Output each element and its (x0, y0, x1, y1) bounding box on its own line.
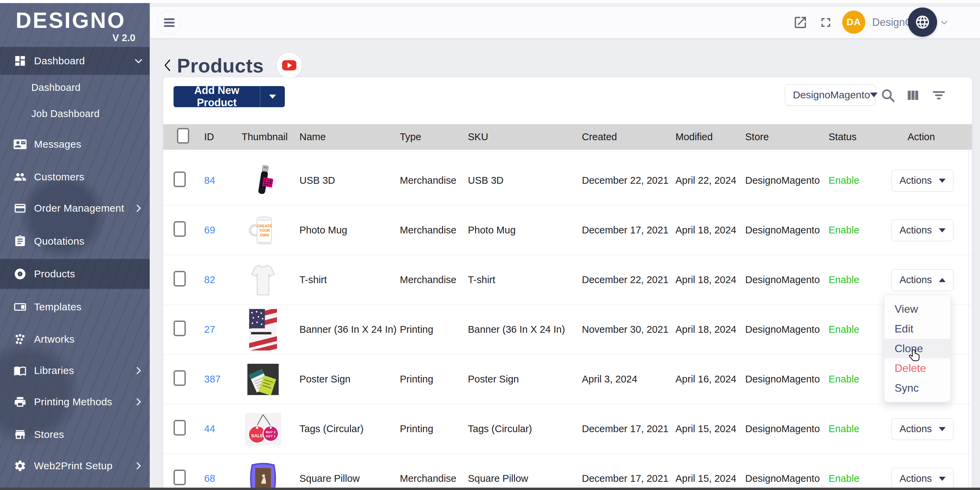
sidebar-item-quotations[interactable]: Quotations (0, 227, 150, 255)
sidebar-item-stores[interactable]: Stores (0, 421, 150, 449)
fullscreen-icon[interactable] (818, 15, 833, 30)
thumbnail-photo-mug[interactable]: CREATEYOUROWN (244, 215, 282, 245)
add-new-product-label: Add New Product (173, 84, 260, 109)
columns-icon[interactable] (905, 88, 921, 103)
sidebar-item-artworks[interactable]: Artworks (0, 325, 150, 353)
product-id-link[interactable]: 44 (204, 423, 215, 434)
store-selector[interactable]: DesignoMagento (785, 84, 875, 105)
thumbnail-usb-3d[interactable] (244, 164, 282, 198)
thumbnail-t-shirt[interactable] (244, 263, 282, 297)
sidebar-item-web2print-setup[interactable]: Web2Print Setup (0, 452, 150, 480)
product-id-link[interactable]: 82 (204, 274, 215, 285)
status-badge: Enable (825, 224, 883, 236)
menu-item-view[interactable]: View (885, 299, 950, 319)
template-icon (14, 301, 27, 313)
thumbnail-banner[interactable] (244, 309, 282, 350)
row-checkbox[interactable] (173, 420, 186, 436)
select-all-checkbox[interactable] (177, 128, 189, 143)
sidebar-item-libraries[interactable]: Libraries (0, 356, 150, 385)
avatar[interactable]: DA (842, 11, 865, 34)
product-type: Printing (396, 324, 465, 335)
product-modified: April 16, 2024 (672, 374, 742, 385)
sidebar-item-label: Order Management (34, 202, 124, 214)
credit-card-icon (14, 202, 27, 215)
menu-item-edit[interactable]: Edit (885, 319, 950, 339)
menu-item-clone[interactable]: Clone (885, 339, 950, 358)
bottom-edge-strip (0, 488, 980, 490)
thumbnail-square-pillow[interactable] (244, 462, 282, 490)
caret-down-icon (939, 427, 946, 431)
column-header-action: Action (883, 131, 972, 143)
column-header-status: Status (825, 131, 883, 143)
product-store: DesignoMagento (742, 224, 825, 236)
row-checkbox[interactable] (173, 469, 186, 485)
sidebar: DESIGNO V 2.0 Dashboard Dashboard Job Da… (0, 0, 150, 490)
product-created: December 17, 2021 (579, 224, 672, 236)
add-new-product-button[interactable]: Add New Product (173, 86, 285, 107)
sidebar-item-dashboard-section[interactable]: Dashboard (0, 47, 150, 75)
sidebar-item-label: Artworks (34, 334, 75, 345)
product-id-link[interactable]: 69 (204, 224, 215, 235)
sidebar-item-customers[interactable]: Customers (0, 163, 150, 191)
product-type: Merchandise (396, 274, 465, 285)
product-sku: Poster Sign (465, 374, 579, 385)
chevron-down-icon (940, 18, 949, 27)
actions-button[interactable]: Actions (891, 220, 953, 241)
actions-button[interactable]: Actions (891, 170, 953, 192)
menu-item-sync[interactable]: Sync (885, 378, 950, 398)
product-name: Banner (36 In X 24 In) (296, 324, 396, 335)
sidebar-item-printing-methods[interactable]: Printing Methods (0, 388, 150, 416)
sidebar-item-job-dashboard[interactable]: Job Dashboard (0, 102, 150, 126)
column-header-modified: Modified (672, 131, 742, 143)
sidebar-item-templates[interactable]: Templates (0, 293, 150, 321)
actions-button-open[interactable]: Actions (891, 269, 953, 291)
chevron-right-icon (134, 203, 143, 213)
add-product-dropdown-toggle[interactable] (260, 95, 285, 99)
row-checkbox[interactable] (173, 321, 186, 336)
chevron-down-icon (134, 56, 143, 66)
open-in-new-icon[interactable] (793, 15, 808, 30)
scatter-dots-icon (14, 333, 27, 346)
hamburger-menu-button[interactable] (157, 11, 181, 34)
username-label[interactable]: DesignO A (872, 16, 912, 29)
back-chevron-button[interactable] (163, 59, 172, 72)
status-badge: Enable (825, 175, 883, 186)
product-id-link[interactable]: 387 (204, 374, 221, 385)
gear-icon (14, 460, 27, 472)
column-header-thumbnail: Thumbnail (238, 131, 296, 143)
thumbnail-tags-circular[interactable]: SALEBUY 2GET 1 (244, 413, 282, 445)
table-row: 69 CREATEYOUROWN Photo Mug Merchandise P… (163, 205, 972, 255)
column-header-id: ID (201, 131, 238, 143)
globe-language-button[interactable] (908, 8, 937, 37)
row-checkbox[interactable] (173, 370, 186, 386)
youtube-help-button[interactable] (277, 53, 302, 78)
table-row: 27 Banner (36 In X 24 In) Printing Banne… (163, 305, 972, 355)
row-checkbox[interactable] (173, 172, 186, 187)
sidebar-item-label: Products (34, 268, 75, 280)
menu-item-delete[interactable]: Delete (885, 358, 950, 378)
product-id-link[interactable]: 27 (204, 324, 215, 335)
product-store: DesignoMagento (742, 274, 825, 285)
product-id-link[interactable]: 68 (204, 473, 215, 484)
table-row: 82 T-shirt Merchandise T-shirt December … (163, 255, 972, 305)
sidebar-item-dashboard[interactable]: Dashboard (0, 75, 150, 100)
app-viewport: DESIGNO V 2.0 Dashboard Dashboard Job Da… (0, 0, 980, 490)
product-type: Merchandise (396, 473, 465, 484)
thumbnail-poster-sign[interactable] (244, 364, 282, 395)
actions-label: Actions (899, 175, 932, 186)
row-checkbox[interactable] (173, 221, 186, 237)
actions-button[interactable]: Actions (891, 418, 953, 440)
svg-text:CREATE: CREATE (257, 224, 272, 228)
actions-button[interactable]: Actions (891, 468, 953, 490)
sidebar-item-products[interactable]: Products (0, 259, 150, 289)
disc-icon (14, 267, 27, 280)
row-checkbox[interactable] (173, 271, 186, 286)
sidebar-item-messages[interactable]: Messages (0, 130, 150, 158)
search-icon[interactable] (880, 88, 896, 103)
product-id-link[interactable]: 84 (204, 175, 215, 186)
chevron-right-icon (134, 461, 143, 471)
filter-icon[interactable] (931, 88, 947, 103)
book-icon (14, 364, 27, 377)
sidebar-item-label: Dashboard (31, 82, 81, 93)
sidebar-item-order-management[interactable]: Order Management (0, 194, 150, 222)
